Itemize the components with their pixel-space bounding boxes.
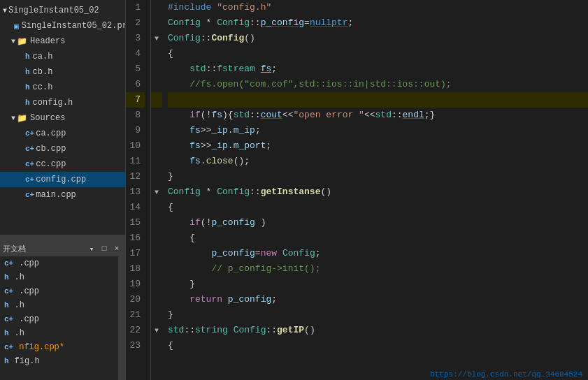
code-line-18: // p_config->init(); <box>168 261 588 277</box>
open-files-btn2[interactable]: □ <box>99 243 110 254</box>
tree-cb-cpp[interactable]: c+ cb.cpp <box>0 141 125 156</box>
sources-folder-icon: 📁 <box>17 113 27 124</box>
cb-h-label: cb.h <box>33 67 53 77</box>
h-icon: h <box>4 357 9 365</box>
fg-4 <box>151 46 162 61</box>
ln-5: 5 <box>126 61 145 77</box>
tree-scrollbar[interactable] <box>0 235 125 240</box>
tree-cb-h[interactable]: h cb.h <box>0 64 125 80</box>
fg-21 <box>151 307 162 323</box>
headers-arrow <box>11 38 15 45</box>
open-file-4[interactable]: h .h <box>0 298 118 312</box>
tree-main-cpp[interactable]: c+ main.cpp <box>0 187 125 203</box>
open-file-7-name: nfig.cpp* <box>19 342 64 352</box>
fg-18 <box>151 261 162 277</box>
fg-15 <box>151 215 162 231</box>
ca-h-label: ca.h <box>33 52 53 61</box>
getinstanse-fn: getInstanse <box>261 184 321 200</box>
sources-group[interactable]: 📁 Sources <box>0 110 125 126</box>
tree-ca-cpp[interactable]: c+ ca.cpp <box>0 126 125 141</box>
fg-19 <box>151 277 162 292</box>
open-file-2[interactable]: h .h <box>0 270 118 284</box>
ln-22: 22 <box>126 323 145 338</box>
headers-group[interactable]: 📁 Headers <box>0 34 125 49</box>
open-file-5[interactable]: c+ .cpp <box>0 312 118 326</box>
project-label: SingleInstant05_02 <box>8 6 99 15</box>
fg-13[interactable]: ▼ <box>151 184 162 200</box>
code-line-3: Config :: Config () <box>168 31 588 46</box>
cpp-icon: c+ <box>4 315 13 323</box>
cpp-icon: c+ <box>25 129 34 138</box>
fg-22[interactable]: ▼ <box>151 323 162 338</box>
fg-12 <box>151 169 162 184</box>
tree-cc-cpp[interactable]: c+ cc.cpp <box>0 156 125 172</box>
h-icon: h <box>4 329 9 337</box>
open-files-scrollbar[interactable] <box>118 256 125 380</box>
endl-ul: endl <box>403 108 424 123</box>
ln-17: 17 <box>126 246 145 261</box>
open-file-2-name: .h <box>15 272 24 282</box>
cpp-icon: c+ <box>25 145 34 153</box>
file-tree: SingleInstant05_02 ▣ SingleInstant05_02.… <box>0 0 125 235</box>
tree-config-h[interactable]: h config.h <box>0 95 125 110</box>
ln-11: 11 <box>126 154 145 169</box>
project-file[interactable]: ▣ SingleInstant05_02.pro <box>0 18 125 34</box>
fg-8 <box>151 108 162 123</box>
code-line-8: if (! fs ){ std :: cout << "open error "… <box>168 108 588 123</box>
ln-18: 18 <box>126 261 145 277</box>
h-icon: h <box>4 301 9 309</box>
tree-ca-h[interactable]: h ca.h <box>0 49 125 64</box>
open-files-label: 开文档 <box>3 244 85 254</box>
code-line-12: } <box>168 169 588 184</box>
fg-6 <box>151 77 162 92</box>
config-h-label: config.h <box>33 98 73 108</box>
cpp-icon: c+ <box>25 191 34 199</box>
code-content[interactable]: #include "config.h" Config * Config :: p… <box>162 0 588 380</box>
code-line-6: //fs.open("com.cof",std::ios::in|std::io… <box>168 77 588 92</box>
open-file-8[interactable]: h fig.h <box>0 354 118 368</box>
ln-8: 8 <box>126 108 145 123</box>
cb-cpp-label: cb.cpp <box>36 144 66 154</box>
tree-cc-h[interactable]: h cc.h <box>0 80 125 95</box>
project-root[interactable]: SingleInstant05_02 <box>0 3 125 18</box>
open-file-1-name: .cpp <box>19 258 39 268</box>
cpp-icon: c+ <box>4 343 13 351</box>
code-line-23: { <box>168 338 588 353</box>
ln-7: 7 <box>126 92 145 108</box>
cc-h-label: cc.h <box>33 82 53 92</box>
code-line-16: { <box>168 231 588 246</box>
p-config-underline: p_config <box>261 15 304 31</box>
code-panel: 1 2 3 4 5 6 7 8 9 10 11 12 13 14 15 16 1… <box>126 0 588 380</box>
code-line-9: fs >> _ip . m_ip ; <box>168 123 588 138</box>
open-file-1[interactable]: c+ .cpp <box>0 256 118 270</box>
tree-config-cpp[interactable]: c+ config.cpp <box>0 172 125 187</box>
ln-6: 6 <box>126 77 145 92</box>
fg-9 <box>151 123 162 138</box>
open-file-3[interactable]: c+ .cpp <box>0 284 118 298</box>
code-area: 1 2 3 4 5 6 7 8 9 10 11 12 13 14 15 16 1… <box>126 0 588 380</box>
fg-7 <box>151 92 162 108</box>
pro-icon: ▣ <box>14 22 19 31</box>
fg-1 <box>151 0 162 15</box>
h-icon: h <box>25 52 30 61</box>
open-file-6[interactable]: h .h <box>0 326 118 340</box>
open-file-7[interactable]: c+ nfig.cpp* <box>0 340 118 354</box>
left-panel: SingleInstant05_02 ▣ SingleInstant05_02.… <box>0 0 126 380</box>
code-line-1: #include "config.h" <box>168 0 588 15</box>
fg-3[interactable]: ▼ <box>151 31 162 46</box>
cc-cpp-label: cc.cpp <box>36 159 66 169</box>
sources-arrow <box>11 115 15 122</box>
code-line-15: if (! p_config ) <box>168 215 588 231</box>
open-files-items: c+ .cpp h .h c+ .cpp h .h c+ .cpp <box>0 256 118 380</box>
fg-17 <box>151 246 162 261</box>
config-cpp-label: config.cpp <box>36 175 86 184</box>
open-file-3-name: .cpp <box>19 286 39 296</box>
open-files-btn1[interactable]: ▾ <box>86 243 97 254</box>
open-files-btn3[interactable]: × <box>111 243 122 254</box>
code-line-21: } <box>168 307 588 323</box>
code-line-11: fs . close (); <box>168 154 588 169</box>
fg-5 <box>151 61 162 77</box>
fg-20 <box>151 292 162 307</box>
fg-16 <box>151 231 162 246</box>
code-line-2: Config * Config :: p_config = nullptr ; <box>168 15 588 31</box>
